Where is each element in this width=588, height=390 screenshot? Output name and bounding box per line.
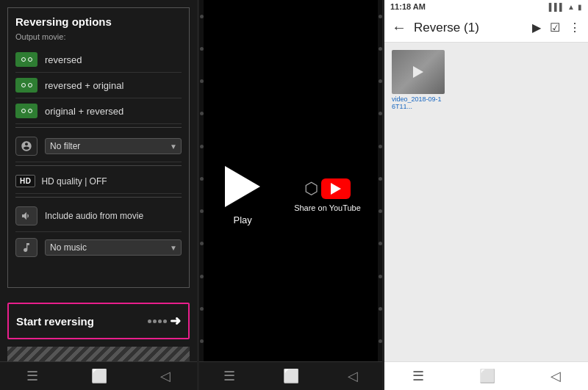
arrow-right-icon: ➜: [170, 313, 181, 329]
back-button[interactable]: ←: [392, 19, 406, 36]
music-dropdown-wrapper[interactable]: No music ▼: [45, 239, 182, 256]
tape-icon-reversed: [15, 52, 37, 67]
share-label: Share on YouTube: [294, 203, 361, 212]
middle-nav-back-icon[interactable]: ◁: [348, 368, 358, 384]
start-reversing-label: Start reversing: [16, 315, 148, 328]
option-reversed-original[interactable]: reversed + original: [15, 73, 182, 98]
right-nav-square-icon[interactable]: ⬜: [479, 368, 495, 384]
reversing-options-title: Reversing options: [15, 15, 182, 28]
app-bar-actions: ▶ ☑ ⋮: [532, 21, 581, 35]
right-header: 11:18 AM ▌▌▌ ▲ ▮ ← Reverse (1) ▶ ☑ ⋮: [384, 0, 588, 43]
tape-icon-reversed-original: [15, 78, 37, 93]
status-bar: 11:18 AM ▌▌▌ ▲ ▮: [384, 0, 588, 13]
filter-dropdown-wrapper[interactable]: No filter ▼: [45, 138, 182, 154]
battery-icon: ▮: [578, 3, 582, 11]
nav-menu-icon[interactable]: ☰: [26, 368, 38, 384]
play-triangle-icon: [225, 166, 260, 207]
filter-row[interactable]: No filter ▼: [15, 131, 182, 162]
youtube-icon: [321, 178, 351, 199]
video-thumbnail: [392, 50, 445, 94]
tape-icon-original-reversed: [15, 104, 37, 118]
audio-icon: [15, 206, 37, 225]
share-youtube-button[interactable]: ⬡: [304, 178, 351, 199]
option-reversed-label: reversed: [45, 54, 82, 65]
right-bottom-nav: ☰ ⬜ ◁: [384, 361, 588, 390]
thumbnail-play-icon: [413, 66, 423, 78]
wifi-icon: ▲: [567, 3, 575, 11]
hd-label: HD quality | OFF: [41, 176, 107, 187]
hd-row[interactable]: HD HD quality | OFF: [15, 169, 182, 194]
bottom-nav-left: ☰ ⬜ ◁: [0, 361, 197, 390]
status-time: 11:18 AM: [390, 2, 426, 11]
option-reversed[interactable]: reversed: [15, 47, 182, 73]
right-panel: 11:18 AM ▌▌▌ ▲ ▮ ← Reverse (1) ▶ ☑ ⋮ v: [384, 0, 588, 390]
right-content: video_2018-09-16T11...: [384, 43, 588, 361]
hd-badge: HD: [15, 175, 35, 187]
status-icons: ▌▌▌ ▲ ▮: [549, 3, 582, 11]
video-item[interactable]: video_2018-09-16T11...: [392, 50, 581, 110]
divider-3: [15, 197, 182, 198]
divider-2: [15, 165, 182, 166]
app-bar: ← Reverse (1) ▶ ☑ ⋮: [384, 13, 588, 42]
play-action-button[interactable]: ▶: [532, 21, 541, 35]
music-row[interactable]: No music ▼: [15, 232, 182, 263]
play-label: Play: [233, 214, 251, 225]
music-icon: [15, 238, 37, 257]
middle-panel: Play ⬡ Share on YouTube ☰ ⬜ ◁: [197, 0, 384, 390]
play-button[interactable]: [220, 165, 265, 209]
youtube-play-icon: [331, 183, 341, 195]
option-original-reversed[interactable]: original + reversed: [15, 98, 182, 124]
audio-row[interactable]: Include audio from movie: [15, 201, 182, 232]
filter-select[interactable]: No filter: [45, 138, 182, 154]
check-action-button[interactable]: ☑: [550, 21, 560, 35]
right-nav-menu-icon[interactable]: ☰: [412, 368, 424, 384]
left-panel: Reversing options Output movie: reversed…: [0, 0, 197, 390]
reversing-options-box: Reversing options Output movie: reversed…: [7, 7, 190, 288]
filter-icon: [15, 137, 37, 156]
video-name: video_2018-09-16T11...: [392, 95, 445, 110]
option-reversed-original-label: reversed + original: [45, 80, 123, 91]
option-original-reversed-label: original + reversed: [45, 106, 123, 117]
start-reversing-button[interactable]: Start reversing ➜: [7, 303, 190, 339]
divider-1: [15, 127, 182, 128]
play-area: Play: [220, 165, 265, 225]
nav-back-icon[interactable]: ◁: [160, 368, 171, 384]
output-movie-label: Output movie:: [15, 32, 182, 41]
right-divider: [378, 0, 382, 390]
right-nav-back-icon[interactable]: ◁: [551, 368, 561, 384]
nav-square-icon[interactable]: ⬜: [91, 368, 107, 384]
share-icon: ⬡: [304, 179, 318, 198]
middle-nav-menu-icon[interactable]: ☰: [223, 368, 235, 384]
more-options-button[interactable]: ⋮: [569, 21, 581, 35]
music-select[interactable]: No music: [45, 239, 182, 256]
middle-bottom-nav: ☰ ⬜ ◁: [199, 361, 382, 390]
middle-nav-square-icon[interactable]: ⬜: [283, 368, 299, 384]
left-divider: [199, 0, 204, 390]
share-area: ⬡ Share on YouTube: [294, 178, 361, 212]
app-title: Reverse (1): [414, 21, 532, 35]
striped-decoration: [7, 347, 190, 361]
audio-label: Include audio from movie: [45, 211, 143, 221]
signal-icon: ▌▌▌: [549, 3, 564, 11]
arrow-dots: [148, 319, 167, 323]
